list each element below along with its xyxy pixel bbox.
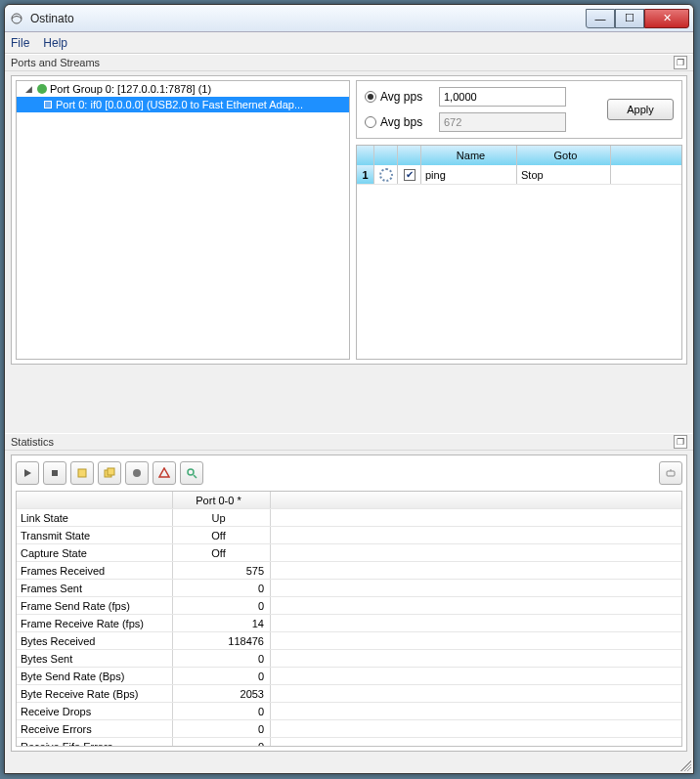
svg-point-6: [133, 469, 141, 477]
stats-value: Up: [173, 509, 271, 526]
clear-button[interactable]: [70, 461, 94, 485]
dock-statistics-title[interactable]: Statistics ❐: [5, 433, 693, 451]
menu-help[interactable]: Help: [43, 36, 67, 50]
resolve-button[interactable]: [659, 461, 682, 485]
port-tree[interactable]: ◢ Port Group 0: [127.0.0.1:7878] (1) Por…: [16, 80, 350, 360]
close-button[interactable]: ✕: [644, 9, 689, 28]
stats-label: Receive Errors: [17, 720, 173, 737]
stats-row: Frames Received575: [17, 562, 681, 580]
stats-row: Frame Send Rate (fps)0: [17, 597, 681, 615]
port-group-row[interactable]: ◢ Port Group 0: [127.0.0.1:7878] (1): [17, 81, 349, 97]
svg-point-8: [188, 469, 194, 475]
resize-grip-icon[interactable]: [678, 757, 691, 771]
port-label: Port 0: if0 [0.0.0.0] (USB2.0 to Fast Et…: [56, 99, 303, 110]
stats-label: Frames Received: [17, 562, 173, 579]
stats-value: 2053: [173, 685, 271, 702]
radio-avg-bps[interactable]: [365, 116, 376, 128]
play-button[interactable]: [16, 461, 39, 485]
menubar: File Help: [5, 32, 693, 54]
stream-name[interactable]: ping: [421, 165, 517, 184]
streams-table[interactable]: Name Goto 1✔pingStop: [356, 145, 682, 360]
window-title: Ostinato: [30, 12, 586, 25]
stats-row: Link StateUp: [17, 509, 681, 527]
stats-port-header: Port 0-0 *: [196, 495, 241, 506]
svg-rect-10: [667, 471, 675, 476]
avg-bps-field: 672: [439, 112, 566, 132]
stats-value: 14: [173, 615, 271, 631]
stop-button[interactable]: [43, 461, 66, 485]
splitter-area[interactable]: [5, 365, 693, 433]
stats-value: 0: [173, 580, 271, 596]
capture-start-button[interactable]: [125, 461, 149, 485]
stats-label: Transmit State: [17, 527, 173, 543]
stats-value: Off: [173, 544, 271, 561]
stats-toolbar: [16, 459, 682, 491]
dock-undock-icon[interactable]: ❐: [674, 435, 687, 449]
port-row[interactable]: Port 0: if0 [0.0.0.0] (USB2.0 to Fast Et…: [17, 97, 349, 112]
capture-stop-button[interactable]: [153, 461, 176, 485]
stats-label: Byte Send Rate (Bps): [17, 668, 173, 684]
stats-row: Byte Send Rate (Bps)0: [17, 668, 681, 685]
stats-row: Byte Receive Rate (Bps)2053: [17, 685, 681, 703]
stream-enable-checkbox[interactable]: ✔: [398, 165, 421, 184]
stats-label: Capture State: [17, 544, 173, 561]
avg-pps-field[interactable]: 1,0000: [439, 87, 566, 107]
stats-label: Frame Send Rate (fps): [17, 597, 173, 614]
svg-point-0: [12, 14, 22, 23]
row-index: 1: [357, 165, 374, 184]
stats-value: 0: [173, 650, 271, 667]
rate-config: Avg pps 1,0000 Apply Avg bps 672: [356, 80, 682, 139]
titlebar[interactable]: Ostinato — ☐ ✕: [5, 5, 693, 32]
col-goto: Goto: [554, 150, 578, 161]
stream-goto[interactable]: Stop: [517, 165, 611, 184]
dock-statistics-label: Statistics: [11, 436, 54, 448]
app-icon: [9, 11, 24, 26]
stats-label: Byte Receive Rate (Bps): [17, 685, 173, 702]
maximize-button[interactable]: ☐: [615, 9, 644, 28]
menu-file[interactable]: File: [11, 36, 29, 50]
stats-row: Receive Errors0: [17, 720, 681, 738]
stats-row: Bytes Received118476: [17, 632, 681, 650]
svg-rect-3: [78, 469, 86, 477]
stats-value: 575: [173, 562, 271, 579]
stats-value: 118476: [173, 632, 271, 649]
svg-line-9: [194, 475, 197, 478]
dock-ports-streams-title[interactable]: Ports and Streams ❐: [5, 54, 693, 71]
tree-collapse-icon[interactable]: ◢: [22, 84, 34, 94]
dock-undock-icon[interactable]: ❐: [674, 56, 687, 69]
statistics-panel: Port 0-0 * Link StateUpTransmit StateOff…: [5, 451, 693, 757]
avg-bps-label: Avg bps: [380, 115, 439, 129]
stats-label: Bytes Received: [17, 632, 173, 649]
stats-label: Frame Receive Rate (fps): [17, 615, 173, 631]
stats-value: Off: [173, 527, 271, 543]
minimize-button[interactable]: —: [586, 9, 615, 28]
stream-row[interactable]: 1✔pingStop: [357, 165, 681, 185]
stats-row: Receive Drops0: [17, 703, 681, 720]
clear-all-button[interactable]: [98, 461, 121, 485]
app-window: Ostinato — ☐ ✕ File Help Ports and Strea…: [4, 4, 694, 774]
stats-row: Transmit StateOff: [17, 527, 681, 544]
stats-value: 0: [173, 720, 271, 737]
radio-avg-pps[interactable]: [365, 91, 376, 103]
port-icon: [44, 101, 52, 108]
view-capture-button[interactable]: [180, 461, 203, 485]
stats-value: 0: [173, 738, 271, 747]
svg-marker-1: [24, 469, 31, 477]
stats-row: Frames Sent0: [17, 580, 681, 597]
stats-table[interactable]: Port 0-0 * Link StateUpTransmit StateOff…: [16, 491, 682, 747]
avg-pps-label: Avg pps: [380, 90, 439, 104]
stats-label: Frames Sent: [17, 580, 173, 596]
ports-streams-panel: ◢ Port Group 0: [127.0.0.1:7878] (1) Por…: [11, 75, 687, 365]
stats-row: Bytes Sent0: [17, 650, 681, 668]
stats-header-row: Port 0-0 *: [17, 492, 681, 509]
streams-header-row: Name Goto: [357, 146, 681, 165]
stats-row: Receive Fifo Errors0: [17, 738, 681, 747]
stats-value: 0: [173, 668, 271, 684]
apply-button[interactable]: Apply: [607, 99, 674, 120]
svg-rect-5: [108, 468, 114, 475]
stats-value: 0: [173, 597, 271, 614]
col-name: Name: [457, 150, 485, 161]
stats-label: Link State: [17, 509, 173, 526]
stream-config-button[interactable]: [374, 165, 398, 184]
status-dot-icon: [37, 84, 47, 94]
